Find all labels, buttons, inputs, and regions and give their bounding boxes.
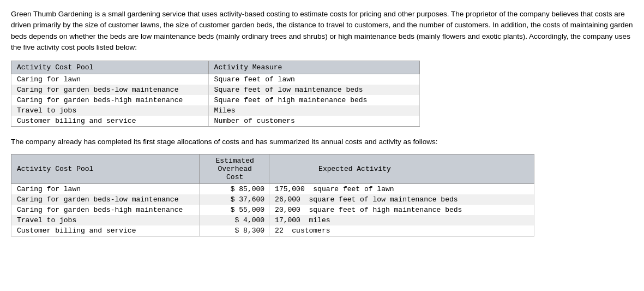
table-row: Caring for garden beds-high maintenance … <box>11 95 420 105</box>
section2-paragraph: The company already has completed its fi… <box>11 136 633 147</box>
activity-measure: Square feet of high maintenance beds <box>208 95 419 105</box>
table1-container: Activity Cost Pool Activity Measure Cari… <box>11 61 633 127</box>
expected-activity: 22 customers <box>269 225 534 236</box>
table-row: Caring for lawn $ 85,000 175,000 square … <box>11 184 534 195</box>
table-row: Travel to jobs $ 4,000 17,000 miles <box>11 215 534 225</box>
table-row: Caring for garden beds-low maintenance $… <box>11 194 534 205</box>
activity-measure: Square feet of lawn <box>208 74 419 85</box>
pool-name: Travel to jobs <box>11 105 209 116</box>
overhead-cost: $ 37,600 <box>200 194 269 205</box>
overhead-cost: $ 4,000 <box>200 215 269 225</box>
table-row: Caring for garden beds-low maintenance S… <box>11 85 420 95</box>
table1-col1-header: Activity Cost Pool <box>11 61 209 74</box>
table2-col1-header: Activity Cost Pool <box>11 155 200 184</box>
activity-cost-pool-table: Activity Cost Pool Activity Measure Cari… <box>11 61 420 127</box>
pool-name: Caring for garden beds-high maintenance <box>11 205 200 215</box>
activity-measure: Number of customers <box>208 116 419 127</box>
overhead-cost: $ 8,300 <box>200 225 269 236</box>
table-row: Caring for lawn Square feet of lawn <box>11 74 420 85</box>
overhead-cost: $ 55,000 <box>200 205 269 215</box>
table-row: Customer billing and service Number of c… <box>11 116 420 127</box>
table2-col3-header: Expected Activity <box>269 155 534 184</box>
expected-activity: 17,000 miles <box>269 215 534 225</box>
overhead-cost: $ 85,000 <box>200 184 269 195</box>
activity-measure: Miles <box>208 105 419 116</box>
expected-activity: 20,000 square feet of high maintenance b… <box>269 205 534 215</box>
table-row: Customer billing and service $ 8,300 22 … <box>11 225 534 236</box>
table1-col2-header: Activity Measure <box>208 61 419 74</box>
pool-name: Caring for garden beds-low maintenance <box>11 194 200 205</box>
table-row: Travel to jobs Miles <box>11 105 420 116</box>
pool-name: Travel to jobs <box>11 215 200 225</box>
pool-name: Caring for garden beds-low maintenance <box>11 85 209 95</box>
pool-name: Customer billing and service <box>11 225 200 236</box>
activity-measure: Square feet of low maintenance beds <box>208 85 419 95</box>
estimated-overhead-table: Activity Cost Pool Estimated Overhead Co… <box>11 154 534 236</box>
expected-activity: 26,000 square feet of low maintenance be… <box>269 194 534 205</box>
table2-container: Activity Cost Pool Estimated Overhead Co… <box>11 154 633 236</box>
expected-activity: 175,000 square feet of lawn <box>269 184 534 195</box>
pool-name: Caring for lawn <box>11 74 209 85</box>
pool-name: Caring for lawn <box>11 184 200 195</box>
table2-col2-header: Estimated Overhead Cost <box>200 155 269 184</box>
pool-name: Customer billing and service <box>11 116 209 127</box>
pool-name: Caring for garden beds-high maintenance <box>11 95 209 105</box>
intro-paragraph: Green Thumb Gardening is a small gardeni… <box>11 9 633 53</box>
table-row: Caring for garden beds-high maintenance … <box>11 205 534 215</box>
